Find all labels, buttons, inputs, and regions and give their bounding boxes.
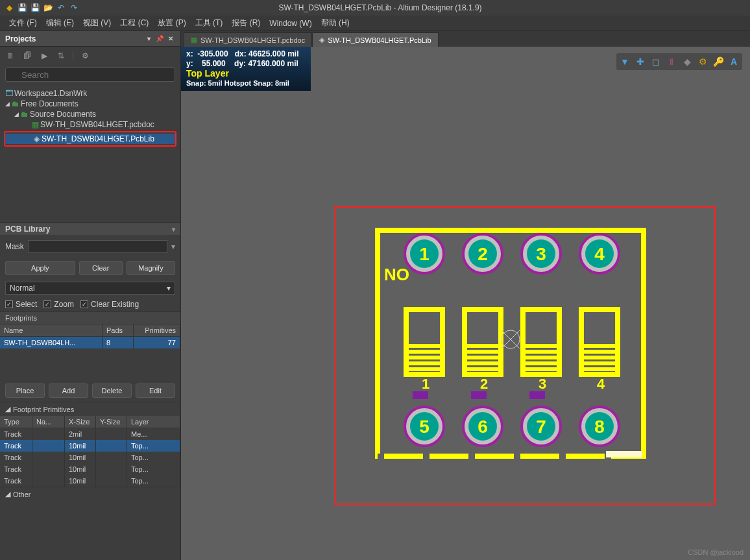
mask-dropdown-icon[interactable]: ▾	[171, 242, 175, 251]
svg-text:2: 2	[478, 244, 488, 264]
apply-button[interactable]: Apply	[5, 261, 75, 275]
menu-bar: 文件 (F) 编辑 (E) 视图 (V) 工程 (C) 放置 (P) 工具 (T…	[0, 16, 750, 31]
search-input[interactable]	[5, 67, 175, 82]
mask-input[interactable]	[28, 240, 167, 253]
svg-text:NO: NO	[384, 265, 409, 284]
tree-source-docs[interactable]: ◢🖿Source Documents	[4, 109, 176, 119]
tree-doc-pcblib[interactable]: ◈SW-TH_DSWB04LHGET.PcbLib	[5, 134, 175, 144]
delete-button[interactable]: Delete	[92, 383, 132, 398]
watermark: CSDN @jacklood	[688, 548, 744, 556]
tab-pcbdoc[interactable]: ▦SW-TH_DSWB04LHGET.pcbdoc	[184, 32, 312, 47]
tree-doc-pcbdoc[interactable]: ▦SW-TH_DSWB04LHGET.pcbdoc	[4, 119, 176, 130]
svg-rect-61	[606, 451, 642, 457]
tree-free-docs[interactable]: ◢🖿Free Documents	[4, 99, 176, 109]
svg-text:4: 4	[597, 376, 605, 392]
svg-rect-43	[413, 391, 428, 399]
svg-text:8: 8	[594, 417, 605, 437]
panel-close-icon[interactable]: ✕	[166, 34, 175, 43]
projects-header: Projects ▾ 📌 ✕	[0, 31, 180, 47]
select-checkbox[interactable]: ✓Select	[5, 300, 37, 309]
svg-text:1: 1	[419, 244, 429, 264]
align-icon[interactable]: ⫴	[665, 55, 678, 68]
projects-toolbar: 🗎 🗐 ▶ ⇅ ⚙	[0, 47, 180, 65]
app-icon: ◆	[4, 3, 14, 13]
select-rect-icon[interactable]: ◻	[649, 55, 662, 68]
compile-icon[interactable]: ▶	[39, 51, 49, 61]
crosshair-icon[interactable]: ✚	[634, 55, 647, 68]
chevron-down-icon: ▾	[167, 284, 171, 293]
filter-icon[interactable]: ▼	[618, 55, 631, 68]
menu-file[interactable]: 文件 (F)	[5, 16, 41, 30]
clear-icon[interactable]: ◆	[681, 55, 694, 68]
svg-text:2: 2	[480, 376, 488, 392]
menu-project[interactable]: 工程 (C)	[116, 16, 152, 30]
open-icon[interactable]: 📂	[43, 3, 53, 13]
primitives-grid-header: Type Na... X-Size Y-Size Layer	[0, 416, 180, 428]
projects-title: Projects	[5, 34, 36, 43]
svg-text:4: 4	[594, 244, 605, 264]
primitive-row[interactable]: Track10milTop...	[0, 475, 180, 487]
pcblib-header: PCB Library ▾	[0, 222, 180, 236]
footprints-grid-header: Name Pads Primitives	[0, 324, 180, 337]
save-icon[interactable]: 💾	[17, 3, 27, 13]
menu-window[interactable]: Window (W)	[265, 18, 315, 29]
svg-text:6: 6	[478, 417, 488, 437]
panel-dropdown-icon[interactable]: ▾	[144, 34, 153, 43]
tree-workspace[interactable]: 🗔Workspace1.DsnWrk	[4, 88, 176, 99]
pcb-canvas[interactable]: x: -305.000 dx: 46625.000 mil y: 55.000 …	[181, 47, 750, 560]
menu-report[interactable]: 报告 (R)	[228, 16, 264, 30]
magnify-button[interactable]: Magnify	[127, 261, 175, 275]
copy-icon[interactable]: 🗐	[22, 51, 32, 61]
svg-rect-44	[471, 391, 487, 399]
primitive-row[interactable]: Track10milTop...	[0, 452, 180, 463]
place-button[interactable]: Place	[5, 383, 45, 398]
svg-rect-45	[529, 391, 545, 399]
svg-text:1: 1	[422, 376, 429, 392]
menu-view[interactable]: 视图 (V)	[79, 16, 115, 30]
key-icon[interactable]: 🔑	[712, 55, 725, 68]
zoom-checkbox[interactable]: ✓Zoom	[43, 300, 74, 309]
title-bar: ◆ 💾 💾 📂 ↶ ↷ SW-TH_DSWB04LHGET.PcbLib - A…	[0, 0, 750, 16]
redo-icon[interactable]: ↷	[69, 3, 79, 13]
menu-edit[interactable]: 编辑 (E)	[42, 16, 78, 30]
undo-icon[interactable]: ↶	[56, 3, 66, 13]
svg-text:7: 7	[536, 417, 546, 437]
text-icon[interactable]: A	[727, 55, 740, 68]
primitive-row[interactable]: Track10milTop...	[0, 440, 180, 452]
clear-button[interactable]: Clear	[79, 261, 123, 275]
save-all-icon[interactable]: 💾	[30, 3, 40, 13]
heads-up-display: x: -305.000 dx: 46625.000 mil y: 55.000 …	[181, 47, 311, 91]
gear-icon[interactable]: ⚙	[696, 55, 709, 68]
primitive-row[interactable]: Track10milTop...	[0, 463, 180, 475]
other-header[interactable]: ◢Other	[0, 487, 180, 501]
document-tabs: ▦SW-TH_DSWB04LHGET.pcbdoc ◈SW-TH_DSWB04L…	[181, 31, 750, 47]
project-tree[interactable]: 🗔Workspace1.DsnWrk ◢🖿Free Documents ◢🖿So…	[0, 84, 180, 151]
pcb-footprint-drawing: NO 1234 1234 5678	[372, 225, 658, 465]
footprint-row[interactable]: SW-TH_DSWB04LH... 8 77	[0, 337, 180, 348]
menu-place[interactable]: 放置 (P)	[154, 16, 189, 30]
mask-label: Mask	[5, 242, 24, 251]
footprints-label: Footprints	[0, 311, 180, 324]
clear-existing-checkbox[interactable]: ✓Clear Existing	[80, 300, 139, 309]
view-toolbar: ▼ ✚ ◻ ⫴ ◆ ⚙ 🔑 A	[616, 53, 742, 70]
menu-help[interactable]: 帮助 (H)	[317, 16, 354, 30]
pcblib-dropdown-icon[interactable]: ▾	[172, 226, 175, 233]
primitive-row[interactable]: Track2milMe...	[0, 428, 180, 440]
panel-pin-icon[interactable]: 📌	[155, 34, 164, 43]
new-doc-icon[interactable]: 🗎	[5, 51, 16, 61]
mode-combo[interactable]: Normal▾	[5, 282, 175, 295]
canvas-area: ▦SW-TH_DSWB04LHGET.pcbdoc ◈SW-TH_DSWB04L…	[181, 31, 750, 560]
vcs-icon[interactable]: ⇅	[56, 51, 66, 61]
svg-text:3: 3	[538, 376, 546, 392]
svg-text:3: 3	[536, 244, 546, 264]
left-panel: Projects ▾ 📌 ✕ 🗎 🗐 ▶ ⇅ ⚙ 🔍 🗔Workspace1.D…	[0, 31, 181, 560]
tab-pcblib[interactable]: ◈SW-TH_DSWB04LHGET.PcbLib	[312, 32, 438, 47]
window-title: SW-TH_DSWB04LHGET.PcbLib - Altium Design…	[79, 3, 681, 12]
menu-tools[interactable]: 工具 (T)	[191, 16, 227, 30]
add-button[interactable]: Add	[49, 383, 88, 398]
svg-text:5: 5	[419, 417, 429, 437]
settings-icon[interactable]: ⚙	[80, 51, 90, 61]
edit-button[interactable]: Edit	[136, 383, 175, 398]
footprint-primitives-header[interactable]: ◢Footprint Primitives	[0, 402, 180, 416]
